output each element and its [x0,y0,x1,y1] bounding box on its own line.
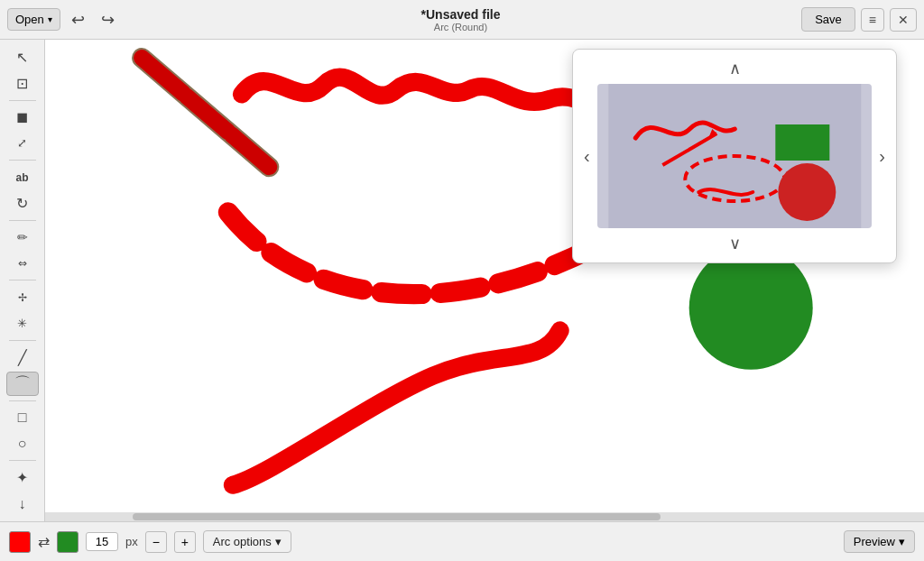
open-chevron-icon: ▾ [48,14,52,24]
tool-eyedropper[interactable]: ✏ [6,225,39,250]
tool-text[interactable]: ab [6,165,39,189]
left-toolbar: ↖ ⊡ ◼ ⤢ ab ↻ ✏ ⇔ ✢ ✳ ╱ ⌒ □ ○ ✦ ↓ [0,40,45,521]
toolbar-divider-1 [9,100,36,101]
document-title: *Unsaved file [125,7,796,22]
undo-button[interactable]: ↩ [66,6,90,33]
arc-options-label: Arc options [213,535,272,548]
tool-line[interactable]: ╱ [6,345,39,370]
size-decrease-button[interactable]: − [145,531,167,553]
tool-star[interactable]: ✦ [6,465,39,490]
popup-left-button[interactable]: ‹ [580,143,594,170]
toolbar-divider-4 [9,280,36,280]
arc-options-button[interactable]: Arc options ▾ [203,530,291,553]
plus-icon: + [181,535,189,549]
tool-mirror[interactable]: ⇔ [6,251,39,275]
svg-point-4 [689,246,813,370]
header: Open ▾ ↩ ↪ *Unsaved file Arc (Round) Sav… [0,0,924,40]
title-area: *Unsaved file Arc (Round) [125,7,796,32]
undo-icon: ↩ [71,11,85,29]
unit-label: px [125,535,138,548]
fill-color-swatch[interactable] [57,531,79,553]
toolbar-divider-2 [9,160,36,161]
main-area: ↖ ⊡ ◼ ⤢ ab ↻ ✏ ⇔ ✢ ✳ ╱ ⌒ □ ○ ✦ ↓ [0,40,924,521]
stroke-color-swatch[interactable] [9,531,31,553]
canvas-area[interactable]: ∧ ‹ [45,40,924,521]
arc-options-dropdown-icon: ▾ [275,535,282,548]
minus-icon: − [152,535,160,549]
popup-right-button[interactable]: › [875,143,889,170]
svg-line-1 [142,58,269,167]
swap-colors-button[interactable]: ⇄ [38,533,50,550]
preview-popup: ∧ ‹ [572,49,897,263]
popup-content: ‹ [573,80,896,232]
popup-up-icon: ∧ [729,60,741,78]
svg-rect-9 [775,124,829,161]
toolbar-divider-6 [9,400,36,401]
open-button[interactable]: Open ▾ [7,8,60,31]
close-button[interactable]: ✕ [890,8,917,32]
tool-arrow[interactable]: ↓ [6,492,39,516]
redo-icon: ↪ [101,11,115,29]
swap-icon: ⇄ [38,534,50,549]
popup-thumbnail [597,84,873,228]
tool-select[interactable]: ↖ [6,45,39,69]
canvas-scrollbar[interactable] [45,512,924,521]
toolbar-divider-3 [9,220,36,221]
redo-button[interactable]: ↪ [96,6,120,33]
tool-sun[interactable]: ✳ [6,311,39,336]
tool-rotate[interactable]: ↻ [6,191,39,216]
preview-dropdown-icon: ▾ [899,535,905,548]
svg-point-10 [778,163,836,221]
menu-icon: ≡ [869,13,876,27]
size-increase-button[interactable]: + [174,531,196,553]
canvas-scrollbar-thumb [133,513,660,520]
tool-circle-shape[interactable]: ○ [6,432,39,456]
open-label: Open [15,13,44,26]
tool-transform[interactable]: ✢ [6,285,39,309]
close-icon: ✕ [898,13,909,27]
preview-label: Preview [854,535,895,548]
menu-button[interactable]: ≡ [861,8,884,32]
size-input[interactable] [86,532,118,551]
document-subtitle: Arc (Round) [125,22,796,32]
toolbar-divider-7 [9,460,36,461]
tool-arc[interactable]: ⌒ [6,372,39,396]
tool-scale[interactable]: ⤢ [6,131,39,155]
bottom-toolbar: ⇄ px − + Arc options ▾ Preview ▾ [0,521,924,561]
save-button[interactable]: Save [801,7,855,32]
preview-button[interactable]: Preview ▾ [844,530,915,553]
tool-crop[interactable]: ⊡ [6,71,39,96]
tool-rect-shape[interactable]: □ [6,406,39,430]
tool-rectangle-select[interactable]: ◼ [6,106,39,130]
popup-up-button[interactable]: ∧ [722,57,748,80]
toolbar-divider-5 [9,340,36,341]
popup-down-button[interactable]: ∨ [722,232,748,255]
popup-down-icon: ∨ [729,235,741,253]
